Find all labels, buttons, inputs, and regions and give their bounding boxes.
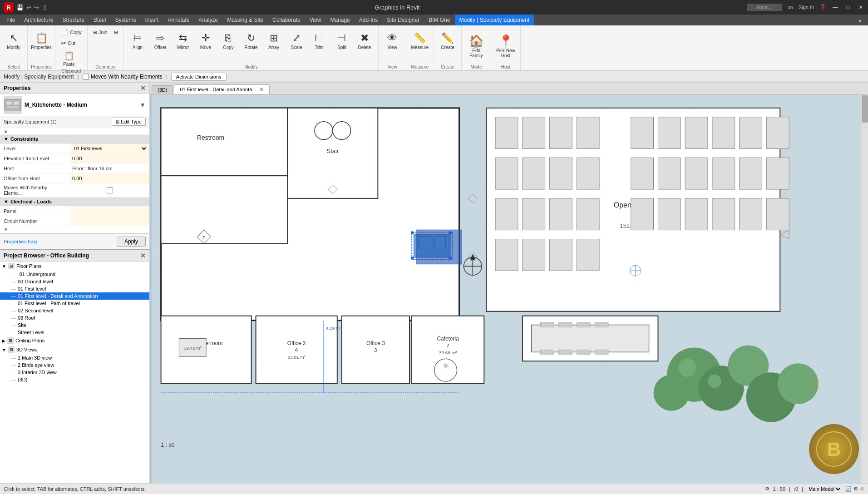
moves-with-nearby-checkbox[interactable]	[83, 74, 89, 80]
model-selector[interactable]: Main Model	[807, 486, 842, 492]
unjoin-btn[interactable]: ⊟	[111, 27, 121, 37]
print-icon[interactable]: 🖨	[42, 4, 48, 11]
signin-btn[interactable]: Sign In	[799, 5, 814, 10]
level-value[interactable]: 01 First level	[70, 143, 149, 153]
menu-systems[interactable]: Systems	[110, 15, 140, 25]
tree-item-3d[interactable]: — (3D)	[0, 376, 149, 383]
tree-item-main3d[interactable]: — 1 Main 3D view	[0, 354, 149, 361]
tree-item-roof[interactable]: — 03 Roof	[0, 314, 149, 321]
tree-item-birdseye[interactable]: — 2 Birds eye view	[0, 361, 149, 369]
menu-bimone[interactable]: BIM One	[424, 15, 454, 25]
scrollbar-thumb[interactable]	[862, 95, 868, 123]
3d-views-group[interactable]: ▼ ⊞ 3D Views	[0, 345, 149, 354]
menu-steel[interactable]: Steel	[89, 15, 110, 25]
project-browser-close[interactable]: ✕	[140, 252, 146, 259]
panel-value[interactable]	[70, 206, 149, 216]
join-btn[interactable]: ⊞ Join	[90, 27, 110, 37]
move-btn[interactable]: ✛Move	[195, 27, 217, 54]
minimize-btn[interactable]: —	[832, 4, 839, 11]
offset-btn[interactable]: ⇨Offset	[149, 27, 171, 54]
align-btn[interactable]: ⊨Align	[127, 27, 148, 54]
properties-ribbon-btn[interactable]: 📋 Properties	[30, 27, 52, 54]
menu-architecture[interactable]: Architecture	[20, 15, 58, 25]
close-btn[interactable]: ✕	[857, 4, 864, 11]
redo-icon[interactable]: ↪	[34, 4, 39, 11]
menu-manage[interactable]: Manage	[326, 15, 354, 25]
mirror-btn[interactable]: ⇆Mirror	[172, 27, 194, 54]
tree-line: —	[11, 279, 16, 284]
rotate-btn[interactable]: ↻Rotate	[240, 27, 262, 54]
cut-btn[interactable]: ✂Cut	[58, 38, 84, 48]
tab-first-level[interactable]: 01 First level - Detail and Annota... ✕	[174, 84, 269, 94]
elevation-input[interactable]	[72, 156, 148, 161]
tree-item-interior[interactable]: — 3 Interior 3D view	[0, 369, 149, 376]
menu-sitedesigner[interactable]: Site Designer	[382, 15, 424, 25]
menu-annotate[interactable]: Annotate	[163, 15, 194, 25]
offset-value[interactable]	[70, 173, 149, 183]
constraints-section[interactable]: ▼ Constraints	[0, 135, 149, 143]
family-dropdown-btn[interactable]: ▼	[139, 101, 146, 109]
tab-3d[interactable]: (3D)	[152, 85, 173, 94]
menu-file[interactable]: File	[2, 15, 20, 25]
circuit-input[interactable]	[72, 218, 148, 224]
menu-modify-specialty[interactable]: Modify | Specialty Equipment	[455, 15, 534, 25]
undo-icon[interactable]: ↩	[26, 4, 31, 11]
maximize-btn[interactable]: □	[844, 4, 852, 11]
canvas-content[interactable]: Restroom Stair	[150, 94, 868, 483]
tab-close-btn[interactable]: ✕	[259, 86, 264, 93]
tree-item-first-detail[interactable]: — 01 First level - Detail and Annotation	[0, 292, 149, 300]
offset-input[interactable]	[72, 176, 148, 181]
ribbon-toggle[interactable]: ▲	[854, 17, 866, 23]
split-btn[interactable]: ⊣Split	[331, 27, 353, 54]
activate-dimensions-btn[interactable]: Activate Dimensions	[171, 73, 227, 81]
menu-analyze[interactable]: Analyze	[194, 15, 223, 25]
properties-close-btn[interactable]: ✕	[140, 84, 146, 92]
tree-item-ground[interactable]: — 00 Ground level	[0, 278, 149, 285]
tree-item-second[interactable]: — 02 Second level	[0, 307, 149, 314]
view-btn[interactable]: 👁 View	[381, 27, 403, 54]
properties-help-link[interactable]: Properties help	[4, 239, 37, 244]
panel-input[interactable]	[72, 208, 148, 214]
menu-collaborate[interactable]: Collaborate	[268, 15, 305, 25]
elevation-value[interactable]	[70, 153, 149, 163]
copy-btn[interactable]: 📄Copy	[58, 27, 84, 37]
tree-item-first[interactable]: — 01 First level	[0, 285, 149, 292]
edit-type-btn[interactable]: ⊞ Edit Type	[112, 118, 146, 126]
create-btn[interactable]: ✏️ Create	[437, 27, 459, 54]
svg-rect-97	[541, 350, 554, 354]
floor-plans-group[interactable]: ▼ ⊞ Floor Plans	[0, 262, 149, 271]
menu-structure[interactable]: Structure	[58, 15, 89, 25]
measure-btn[interactable]: 📏 Measure	[409, 27, 431, 54]
modify-btn[interactable]: ↖ Modify	[3, 27, 25, 54]
array-btn[interactable]: ⊞Array	[263, 27, 285, 54]
apply-btn[interactable]: Apply	[117, 237, 146, 247]
ceiling-plans-group[interactable]: ▶ ⊞ Ceiling Plans	[0, 336, 149, 345]
save-icon[interactable]: 💾	[16, 4, 24, 11]
menu-massing[interactable]: Massing & Site	[222, 15, 268, 25]
tree-item-site[interactable]: — Site	[0, 321, 149, 329]
paste-btn[interactable]: 📋 Paste	[58, 49, 80, 69]
pick-new-host-btn[interactable]: 📍 Pick New Host	[494, 31, 518, 60]
help-icon[interactable]: ❓	[819, 4, 826, 10]
tree-item-underground[interactable]: — -01 Underground	[0, 271, 149, 278]
tree-item-first-path[interactable]: — 01 First level - Path of travel	[0, 300, 149, 307]
moves-value[interactable]	[70, 183, 149, 197]
menu-view[interactable]: View	[305, 15, 326, 25]
menu-insert[interactable]: Insert	[140, 15, 163, 25]
trim-btn[interactable]: ⊢Trim	[308, 27, 330, 54]
menu-addins[interactable]: Add-Ins	[355, 15, 382, 25]
level-select[interactable]: 01 First level	[72, 145, 148, 152]
settings-icon[interactable]: ⚙	[853, 486, 858, 492]
circuit-value[interactable]	[70, 216, 149, 226]
vertical-scrollbar[interactable]	[861, 94, 868, 483]
canvas-area[interactable]: (3D) 01 First level - Detail and Annota.…	[150, 83, 868, 483]
moves-checkbox[interactable]	[72, 187, 148, 193]
copy-el-btn[interactable]: ⎘Copy	[217, 27, 239, 54]
electrical-section[interactable]: ▼ Electrical - Loads	[0, 198, 149, 206]
scale-btn[interactable]: ⤢Scale	[286, 27, 307, 54]
search-bar[interactable]: Autoc...	[747, 4, 782, 11]
tree-item-street[interactable]: — Street Level	[0, 329, 149, 336]
edit-family-btn[interactable]: 🏠 Edit Family	[464, 31, 488, 60]
project-browser-body[interactable]: ▼ ⊞ Floor Plans — -01 Underground — 00 G…	[0, 262, 149, 483]
delete-btn[interactable]: ✖Delete	[354, 27, 375, 54]
